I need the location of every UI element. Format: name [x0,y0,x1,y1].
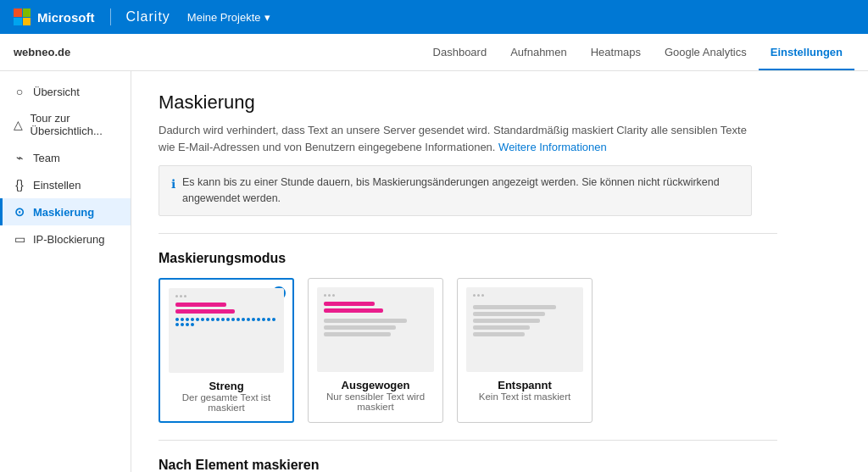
layout: ○ Übersicht △ Tour zur Übersichtlich... … [0,71,868,472]
mode-section-title: Maskierungsmodus [159,251,841,266]
card-visual-entspannt [466,287,583,372]
tour-icon: △ [13,118,24,131]
ip-blockierung-icon: ▭ [13,232,26,246]
sidebar-item-label: IP-Blockierung [33,233,105,246]
info-text: Es kann bis zu einer Stunde dauern, bis … [182,175,739,207]
nav-tabs: Dashboard Aufnahmen Heatmaps Google Anal… [421,34,854,70]
brand-divider [110,8,111,25]
nach-section-title: Nach Element maskieren [159,458,841,473]
sidebar-item-label: Tour zur Übersichtlich... [31,112,120,137]
projects-button[interactable]: Meine Projekte ▾ [187,11,270,24]
tab-dashboard[interactable]: Dashboard [421,34,499,70]
mode-name-streng: Streng [169,380,284,392]
sidebar-item-ip-blockierung[interactable]: ▭ IP-Blockierung [0,225,131,253]
sidebar-item-label: Einstellen [33,179,81,192]
mode-name-entspannt: Entspannt [466,379,583,391]
domain-label: webneo.de [14,46,70,58]
mode-desc-entspannt: Kein Text ist maskiert [466,391,583,402]
tab-aufnahmen[interactable]: Aufnahmen [498,34,579,70]
mode-name-ausgewogen: Ausgewogen [317,379,434,391]
mode-desc-ausgewogen: Nur sensibler Text wird maskiert [317,391,434,412]
sidebar-item-ubersicht[interactable]: ○ Übersicht [0,78,131,105]
microsoft-logo [14,8,31,25]
page-title: Maskierung [159,92,841,114]
mode-card-entspannt[interactable]: Entspannt Kein Text ist maskiert [457,278,593,423]
dots-top-3 [473,294,576,297]
sidebar-item-label: Übersicht [33,86,80,98]
mode-card-streng[interactable]: Streng Der gesamte Text ist maskiert [159,278,294,423]
info-box: ℹ Es kann bis zu einer Stunde dauern, bi… [159,165,752,216]
tab-einstellungen[interactable]: Einstellungen [759,34,854,70]
tab-google-analytics[interactable]: Google Analytics [653,34,759,70]
clarity-label: Clarity [126,9,170,25]
sidebar-item-maskierung[interactable]: ⊙ Maskierung [0,198,131,225]
team-icon: ⌁ [13,151,26,164]
projects-chevron: ▾ [264,11,270,24]
ubersicht-icon: ○ [13,85,26,98]
microsoft-label: Microsoft [37,10,95,25]
maskierung-icon: ⊙ [13,205,26,219]
projects-label: Meine Projekte [187,11,261,24]
sidebar-item-team[interactable]: ⌁ Team [0,144,131,171]
einstellen-icon: {} [13,178,26,192]
tab-heatmaps[interactable]: Heatmaps [579,34,653,70]
dots-top-2 [324,294,427,297]
page-description: Dadurch wird verhindert, dass Text an un… [159,122,752,155]
main-content: Maskierung Dadurch wird verhindert, dass… [131,71,868,472]
card-visual-streng [169,288,284,373]
section-divider-top [159,233,777,234]
mode-card-ausgewogen[interactable]: Ausgewogen Nur sensibler Text wird maski… [308,278,443,423]
card-visual-ausgewogen [317,287,434,372]
topbar: Microsoft Clarity Meine Projekte ▾ [0,0,868,34]
mode-desc-streng: Der gesamte Text ist maskiert [169,392,284,413]
dots-top [175,295,277,297]
brand: Microsoft Clarity [14,8,170,25]
info-icon: ℹ [171,175,175,193]
sidebar-item-label: Team [33,152,60,164]
sidebar-item-tour[interactable]: △ Tour zur Übersichtlich... [0,105,131,144]
sidebar-item-label: Maskierung [33,206,94,219]
sidebar: ○ Übersicht △ Tour zur Übersichtlich... … [0,71,131,472]
section-divider-bottom [159,440,777,441]
more-info-link[interactable]: Weitere Informationen [498,141,607,153]
subbar: webneo.de Dashboard Aufnahmen Heatmaps G… [0,34,868,71]
sidebar-item-einstellen[interactable]: {} Einstellen [0,171,131,198]
mode-cards: Streng Der gesamte Text ist maskiert [159,278,841,423]
